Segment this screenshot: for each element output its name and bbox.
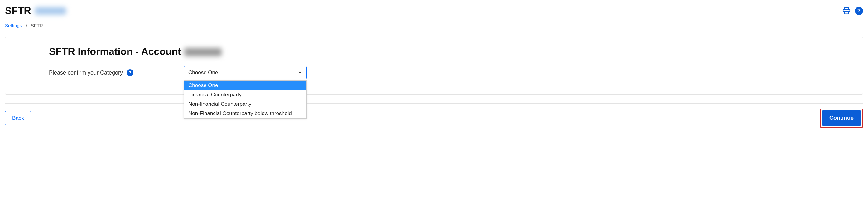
info-icon[interactable]: ?: [127, 69, 133, 76]
dropdown-option[interactable]: Financial Counterparty: [184, 90, 307, 99]
breadcrumb-separator: /: [26, 23, 27, 28]
category-select[interactable]: Choose One: [184, 66, 307, 79]
title-group: SFTR: [5, 5, 66, 17]
continue-button[interactable]: Continue: [822, 110, 861, 126]
card-title-row: SFTR Information - Account: [49, 46, 819, 57]
category-dropdown: Choose One Financial Counterparty Non-fi…: [184, 81, 307, 119]
dropdown-option[interactable]: Non-Financial Counterparty below thresho…: [184, 109, 307, 118]
header-actions: ?: [842, 7, 863, 15]
page-header: SFTR ?: [5, 5, 863, 17]
category-select-value: Choose One: [188, 69, 218, 76]
divider: [5, 103, 863, 104]
card-title: SFTR Information - Account: [49, 46, 181, 57]
account-redacted: [184, 48, 222, 56]
page-title: SFTR: [5, 5, 31, 17]
dropdown-option[interactable]: Choose One: [184, 81, 307, 90]
category-label-group: Please confirm your Category ?: [49, 69, 180, 76]
category-select-wrap: Choose One Choose One Financial Counterp…: [184, 66, 307, 79]
back-button[interactable]: Back: [5, 111, 31, 125]
breadcrumb-current: SFTR: [31, 23, 43, 28]
continue-highlight: Continue: [820, 109, 863, 127]
breadcrumb-root-link[interactable]: Settings: [5, 23, 22, 28]
breadcrumb: Settings / SFTR: [5, 23, 863, 28]
print-icon[interactable]: [842, 7, 850, 15]
footer-actions: Back Continue: [5, 109, 863, 127]
help-icon[interactable]: ?: [855, 7, 863, 15]
info-card: SFTR Information - Account Please confir…: [5, 37, 863, 94]
category-form-row: Please confirm your Category ? Choose On…: [49, 66, 819, 79]
svg-rect-1: [845, 11, 849, 14]
title-redacted: [35, 7, 66, 14]
category-label: Please confirm your Category: [49, 69, 123, 76]
dropdown-option[interactable]: Non-financial Counterparty: [184, 99, 307, 109]
chevron-down-icon: [298, 70, 302, 76]
